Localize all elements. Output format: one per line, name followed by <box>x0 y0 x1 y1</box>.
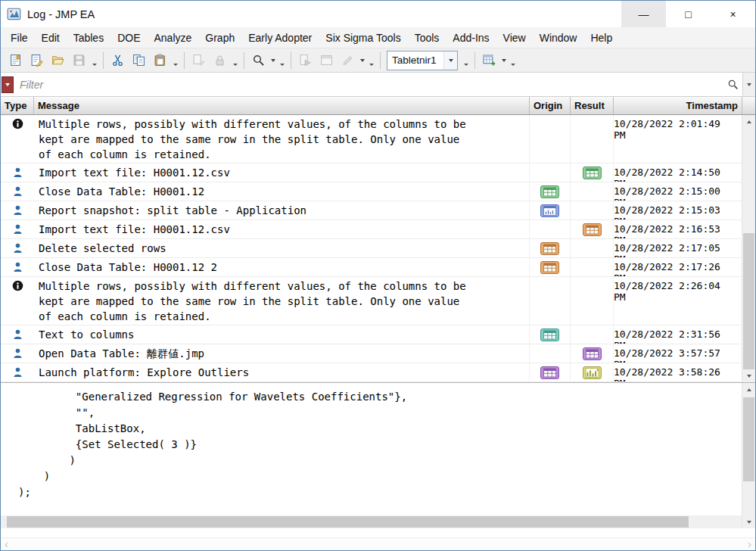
toolbar-overflow-chevron[interactable] <box>462 48 470 72</box>
log-row[interactable]: Delete selected rows10/28/2022 2:17:05 P… <box>1 239 742 258</box>
script-hscroll-thumb[interactable] <box>7 516 689 528</box>
chevron-down-icon <box>449 59 453 64</box>
scroll-down-button[interactable] <box>742 369 755 382</box>
scroll-right-button[interactable]: › <box>748 539 751 549</box>
log-row[interactable]: Report snapshot: split table - Applicati… <box>1 201 742 220</box>
data-table-icon <box>583 347 602 360</box>
result-cell <box>570 325 613 344</box>
new-data-table-button[interactable] <box>479 51 499 70</box>
cut-icon <box>111 54 124 67</box>
search-button[interactable] <box>248 51 268 70</box>
paste-icon <box>154 54 166 67</box>
column-header-type[interactable]: Type <box>1 97 34 114</box>
paste-button[interactable] <box>150 51 170 70</box>
minimize-button[interactable]: — <box>621 1 666 27</box>
toolbar-separator <box>244 52 244 69</box>
log-row[interactable]: Multiple rows, possibly with different v… <box>1 277 742 325</box>
lock-button[interactable] <box>210 51 229 70</box>
menu-file[interactable]: File <box>4 27 35 48</box>
toolbar-overflow-chevron[interactable] <box>232 48 239 72</box>
new-journal-button[interactable] <box>5 51 25 70</box>
new-data-table-dropdown[interactable] <box>499 51 508 70</box>
user-action-icon <box>12 204 23 216</box>
cut-button[interactable] <box>107 51 127 70</box>
menu-help[interactable]: Help <box>583 27 619 48</box>
annotate-dropdown[interactable] <box>358 51 366 70</box>
result-cell <box>570 115 613 163</box>
column-header-timestamp[interactable]: Timestamp <box>614 97 742 114</box>
log-message: Close Data Table: H0001.12 <box>34 182 529 201</box>
column-header-origin[interactable]: Origin <box>530 97 571 114</box>
log-row[interactable]: Multiple rows, possibly with different v… <box>1 115 742 163</box>
run-script-button[interactable] <box>295 51 315 70</box>
log-row[interactable]: Text to columns10/28/2022 2:31:56 PM <box>1 325 742 344</box>
toolbar-overflow-chevron[interactable] <box>91 48 98 72</box>
red-triangle-menu-button[interactable] <box>2 76 14 93</box>
log-row[interactable]: Import text file: H0001.12.csv10/28/2022… <box>1 220 742 239</box>
search-dropdown[interactable] <box>269 51 277 70</box>
search-icon[interactable] <box>723 76 742 94</box>
filter-bar <box>1 73 755 97</box>
scroll-up-button[interactable] <box>742 115 755 128</box>
menu-analyze[interactable]: Analyze <box>148 27 199 48</box>
log-message: Text to columns <box>34 325 529 344</box>
log-scroll-track[interactable] <box>742 128 755 369</box>
column-header-message[interactable]: Message <box>34 97 530 114</box>
annotate-button[interactable] <box>338 51 357 70</box>
log-vertical-scrollbar[interactable] <box>742 115 755 382</box>
data-table-icon <box>540 328 559 341</box>
copy-button[interactable] <box>129 51 148 70</box>
menu-window[interactable]: Window <box>533 27 584 48</box>
origin-cell <box>529 239 570 257</box>
toolbar-overflow-chevron[interactable] <box>172 48 179 72</box>
script-scroll-track[interactable] <box>742 396 755 515</box>
log-row[interactable]: Close Data Table: H0001.1210/28/2022 2:1… <box>1 182 742 201</box>
window-controls: — □ × <box>621 1 755 27</box>
script-scroll-down-button[interactable] <box>742 515 755 528</box>
script-scroll-thumb[interactable] <box>743 397 754 481</box>
menu-graph[interactable]: Graph <box>198 27 241 48</box>
menu-tables[interactable]: Tables <box>67 27 110 48</box>
close-button[interactable]: × <box>711 1 755 27</box>
script-text[interactable]: "Generalized Regression for Wavelets Coe… <box>1 383 742 515</box>
log-row[interactable]: Close Data Table: H0001.12 210/28/2022 2… <box>1 258 742 277</box>
log-scroll-thumb[interactable] <box>743 233 754 369</box>
user-action-icon <box>12 328 23 340</box>
menu-add-ins[interactable]: Add-Ins <box>446 27 496 48</box>
new-script-button[interactable] <box>26 51 46 70</box>
log-row[interactable]: Import text file: H0001.12.csv10/28/2022… <box>1 163 742 182</box>
script-scroll-up-button[interactable] <box>742 383 755 396</box>
script-vertical-scrollbar[interactable] <box>742 383 755 528</box>
log-timestamp: 10/28/2022 2:17:05 PM <box>613 239 742 257</box>
chevron-down-icon <box>747 375 751 380</box>
menu-early-adopter[interactable]: Early Adopter <box>241 27 319 48</box>
log-message: Delete selected rows <box>34 239 529 257</box>
log-message: Import text file: H0001.12.csv <box>34 220 529 238</box>
new-window-button[interactable] <box>316 51 336 70</box>
toolbar-separator <box>474 52 475 69</box>
toolbar-overflow-chevron[interactable] <box>278 48 286 72</box>
menu-tools[interactable]: Tools <box>408 27 446 48</box>
window-horizontal-scrollbar[interactable]: ‹ › <box>1 537 755 550</box>
script-horizontal-scrollbar[interactable] <box>1 515 742 528</box>
table-selector-combobox[interactable]: Tabletnir1 <box>387 51 458 70</box>
filter-input[interactable] <box>14 73 723 96</box>
column-header-result[interactable]: Result <box>571 97 614 114</box>
menu-view[interactable]: View <box>496 27 533 48</box>
menu-doe[interactable]: DOE <box>110 27 147 48</box>
log-row[interactable]: Open Data Table: 離群値.jmp10/28/2022 3:57:… <box>1 344 742 363</box>
log-row[interactable]: Launch platform: Explore Outliers10/28/2… <box>1 363 742 382</box>
scroll-left-button[interactable]: ‹ <box>5 539 8 549</box>
toolbar-overflow-chevron[interactable] <box>368 48 375 72</box>
menu-edit[interactable]: Edit <box>35 27 67 48</box>
open-button[interactable] <box>48 51 67 70</box>
save-button[interactable] <box>69 51 89 70</box>
format-painter-button[interactable] <box>188 51 208 70</box>
menu-six-sigma-tools[interactable]: Six Sigma Tools <box>319 27 407 48</box>
maximize-button[interactable]: □ <box>666 1 711 27</box>
combobox-dropdown[interactable] <box>443 51 457 70</box>
data-table-icon <box>583 223 602 236</box>
toolbar-overflow-chevron[interactable] <box>509 48 517 72</box>
filter-dropdown-button[interactable] <box>742 73 755 96</box>
user-action-icon <box>12 242 23 254</box>
